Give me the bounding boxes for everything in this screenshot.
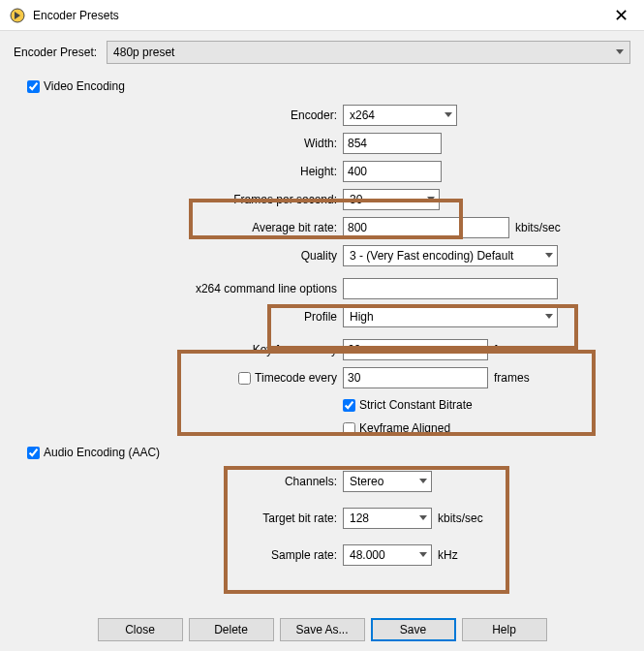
- samplerate-label: Sample rate:: [178, 548, 343, 562]
- audio-bitrate-value: 128: [350, 512, 369, 525]
- keyframe-unit: frames: [494, 343, 530, 356]
- profile-label: Profile: [178, 310, 343, 324]
- audio-bitrate-select[interactable]: 128: [343, 508, 432, 529]
- chevron-down-icon: [419, 515, 427, 521]
- cmdline-input[interactable]: [343, 278, 558, 299]
- audio-bitrate-label: Target bit rate:: [178, 512, 343, 525]
- encoder-select[interactable]: x264: [343, 105, 457, 126]
- profile-select[interactable]: High: [343, 306, 558, 327]
- encoder-label: Encoder:: [178, 108, 343, 122]
- abr-unit: kbits/sec: [515, 221, 561, 234]
- samplerate-unit: kHz: [438, 548, 458, 562]
- chevron-down-icon: [545, 314, 553, 320]
- abr-label: Average bit rate:: [178, 221, 343, 234]
- quality-value: 3 - (Very Fast encoding) Default: [350, 249, 513, 263]
- encoder-preset-row: Encoder Preset: 480p preset: [14, 41, 630, 64]
- keyframe-aligned-label: Keyframe Aligned: [359, 421, 450, 435]
- audio-encoding-section: Audio Encoding (AAC): [27, 446, 630, 459]
- help-button[interactable]: Help: [462, 618, 547, 641]
- samplerate-value: 48.000: [350, 548, 385, 562]
- channels-label: Channels:: [178, 475, 343, 488]
- abr-input[interactable]: [343, 217, 509, 238]
- cmdline-label: x264 command line options: [178, 282, 343, 295]
- encoder-preset-value: 480p preset: [113, 46, 174, 59]
- save-button[interactable]: Save: [371, 618, 456, 641]
- delete-button[interactable]: Delete: [189, 618, 274, 641]
- width-label: Width:: [178, 137, 343, 150]
- audio-encoding-checkbox[interactable]: [27, 447, 40, 459]
- video-encoding-checkbox[interactable]: [27, 80, 40, 93]
- close-button[interactable]: Close: [98, 618, 183, 641]
- chevron-down-icon: [545, 253, 553, 259]
- chevron-down-icon: [427, 197, 435, 202]
- timecode-checkbox[interactable]: [238, 372, 251, 385]
- video-encoding-label: Video Encoding: [44, 79, 125, 93]
- keyframe-aligned-checkbox[interactable]: [343, 422, 355, 435]
- width-input[interactable]: [343, 133, 442, 154]
- quality-select[interactable]: 3 - (Very Fast encoding) Default: [343, 245, 558, 266]
- fps-value: 30: [350, 193, 362, 206]
- chevron-down-icon: [419, 552, 427, 558]
- save-as-button[interactable]: Save As...: [280, 618, 365, 641]
- encoder-preset-label: Encoder Preset:: [14, 46, 97, 59]
- titlebar: Encoder Presets ✕: [0, 0, 644, 31]
- audio-bitrate-unit: kbits/sec: [438, 512, 483, 525]
- timecode-input[interactable]: [343, 367, 488, 388]
- fps-label: Frames per second:: [178, 193, 343, 206]
- samplerate-select[interactable]: 48.000: [343, 544, 432, 566]
- video-encoding-section: Video Encoding: [27, 79, 630, 93]
- app-icon: [10, 8, 25, 23]
- video-form: Encoder: x264 Width: Height: Frames per …: [178, 103, 633, 440]
- chevron-down-icon: [445, 112, 452, 118]
- channels-select[interactable]: Stereo: [343, 471, 432, 492]
- fps-select[interactable]: 30: [343, 189, 440, 210]
- close-button[interactable]: ✕: [606, 5, 636, 26]
- encoder-preset-dropdown[interactable]: 480p preset: [107, 41, 630, 64]
- keyframe-label: Key frame every: [178, 343, 343, 356]
- chevron-down-icon: [616, 49, 624, 55]
- audio-encoding-label: Audio Encoding (AAC): [44, 446, 160, 459]
- button-bar: Close Delete Save As... Save Help: [0, 618, 644, 641]
- chevron-down-icon: [419, 479, 427, 484]
- audio-form: Channels: Stereo Target bit rate: 128 kb…: [178, 469, 527, 568]
- strict-bitrate-checkbox[interactable]: [343, 399, 355, 412]
- height-input[interactable]: [343, 161, 442, 182]
- encoder-value: x264: [350, 108, 375, 122]
- profile-value: High: [350, 310, 374, 324]
- keyframe-input[interactable]: [343, 339, 488, 360]
- window-title: Encoder Presets: [33, 9, 119, 22]
- channels-value: Stereo: [350, 475, 383, 488]
- timecode-unit: frames: [494, 371, 530, 385]
- timecode-label: Timecode every: [255, 371, 337, 385]
- quality-label: Quality: [178, 249, 343, 263]
- height-label: Height:: [178, 165, 343, 178]
- strict-bitrate-label: Strict Constant Bitrate: [359, 398, 473, 412]
